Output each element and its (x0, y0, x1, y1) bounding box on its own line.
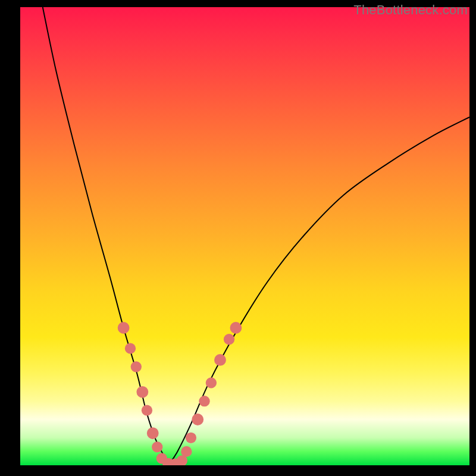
marker-dot (131, 361, 142, 372)
brand-watermark: TheBottleneck.com (353, 2, 468, 18)
marker-dot (192, 414, 203, 425)
marker-dot (118, 322, 130, 334)
marker-dot (142, 405, 152, 415)
marker-dot (152, 441, 162, 452)
marker-dot (199, 396, 209, 406)
marker-dot (186, 433, 196, 443)
marker-dot (136, 386, 148, 398)
chart-container: TheBottleneck.com (0, 0, 476, 476)
chart-overlay (20, 7, 469, 465)
marker-dot (125, 343, 136, 353)
marker-dots (118, 322, 242, 465)
marker-dot (224, 334, 234, 345)
marker-dot (147, 427, 159, 439)
curve-right (168, 117, 469, 465)
curve-left (43, 7, 168, 465)
marker-dot (214, 354, 226, 366)
marker-dot (230, 322, 242, 334)
marker-dot (206, 377, 217, 388)
marker-dot (181, 446, 192, 457)
